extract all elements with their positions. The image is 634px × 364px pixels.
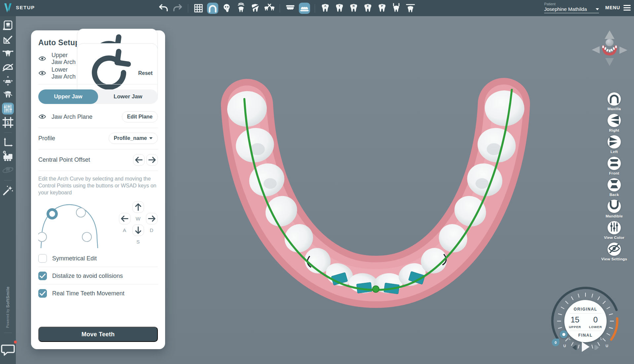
view-button-view-color[interactable]: View Color — [604, 221, 624, 240]
view-label: View Settings — [601, 257, 627, 261]
tooth-letter: P — [376, 4, 388, 8]
sliders-icon[interactable] — [2, 103, 14, 115]
tooth-t-icon[interactable]: T — [334, 3, 345, 14]
arch-curve-control-point[interactable] — [372, 286, 379, 292]
symmetrical-edit-checkbox[interactable] — [38, 254, 47, 263]
upper-denture-icon[interactable] — [285, 3, 296, 14]
offset-right-button[interactable] — [146, 154, 158, 166]
tooth-p-icon[interactable]: P — [376, 3, 388, 14]
control-point[interactable] — [38, 232, 47, 242]
edit-plane-button[interactable]: Edit Plane — [122, 111, 158, 122]
frame-one-icon[interactable]: 1 — [2, 116, 14, 128]
stage-slider-handle[interactable] — [560, 330, 568, 338]
control-point-selected[interactable] — [48, 210, 56, 218]
protractor-icon[interactable] — [2, 61, 14, 73]
app-window: SETUP A T B E P Patient Jos — [0, 0, 634, 364]
key-w-label: W — [136, 216, 140, 221]
move-down-button[interactable] — [132, 224, 144, 236]
symmetrical-edit-row: Symmetrical Edit — [38, 251, 158, 265]
view-button-mandible[interactable]: Mandible — [606, 200, 623, 218]
chat-button[interactable] — [0, 342, 16, 359]
dial-center: ORIGINAL 15 UPPER 0 LOWER FINAL — [564, 300, 607, 342]
tooth-e-icon[interactable]: E — [362, 3, 373, 14]
main-toolbar: A T B E P — [158, 0, 416, 16]
distalize-checkbox[interactable] — [38, 272, 47, 280]
tooth-orbit-icon[interactable] — [2, 164, 14, 176]
orientation-gizmo[interactable] — [590, 30, 630, 67]
tooth-mobility-icon[interactable] — [235, 3, 247, 14]
notification-dot — [14, 341, 17, 344]
move-right-button[interactable] — [146, 213, 158, 224]
redo-icon[interactable] — [172, 3, 183, 14]
view-label: Maxilla — [608, 107, 621, 111]
view-button-front[interactable]: Front — [608, 157, 621, 175]
jaw-right-icon — [608, 113, 621, 128]
move-left-button[interactable] — [119, 213, 130, 224]
curve-diagram[interactable] — [38, 200, 100, 249]
gizmo-jaw-model[interactable] — [601, 45, 618, 56]
tooth-a-icon[interactable]: A — [320, 3, 331, 14]
undo-icon[interactable] — [158, 3, 169, 14]
lower-stage-label: LOWER — [589, 325, 602, 329]
eye-icon[interactable] — [38, 113, 46, 121]
eye-icon[interactable] — [38, 69, 46, 77]
gizmo-up-cone-icon[interactable] — [605, 30, 615, 39]
tooth-letter: E — [362, 4, 373, 8]
svg-text:1: 1 — [7, 120, 9, 125]
profile-dropdown[interactable]: Profile_name — [109, 133, 158, 144]
gizmo-down-cone-icon[interactable] — [605, 58, 614, 66]
tab-lower-jaw[interactable]: Lower Jaw — [98, 89, 158, 104]
distalize-label: Distalize to avoid collisions — [52, 273, 123, 280]
view-color-icon — [608, 220, 621, 235]
hamburger-icon[interactable] — [623, 5, 631, 11]
wasd-controls: W A D S — [118, 202, 158, 247]
divider — [570, 331, 601, 331]
jaw-left-icon — [608, 135, 621, 149]
move-teeth-button[interactable]: Move Teeth — [38, 327, 158, 342]
skull-icon[interactable] — [221, 3, 232, 14]
view-button-back[interactable]: Back — [608, 178, 621, 197]
move-up-button[interactable] — [132, 201, 144, 213]
step-back-button[interactable] — [571, 344, 578, 351]
eye-icon[interactable] — [38, 55, 46, 63]
magic-wand-icon[interactable] — [2, 184, 14, 196]
tab-upper-jaw[interactable]: Upper Jaw — [38, 89, 98, 104]
axis-icon[interactable] — [2, 137, 14, 149]
control-point[interactable] — [82, 232, 91, 242]
gizmo-right-cone-icon[interactable] — [619, 47, 627, 54]
lower-denture-icon[interactable] — [299, 3, 310, 14]
offset-left-button[interactable] — [133, 154, 145, 166]
denture-move-icon[interactable] — [2, 75, 14, 87]
view-button-right[interactable]: Right — [608, 114, 621, 132]
view-label: Right — [609, 128, 619, 132]
patient-selector[interactable]: Patient Josephine Mathilda — [544, 2, 599, 13]
teeth-collision-icon[interactable] — [264, 3, 275, 14]
tooth-band-icon[interactable] — [250, 3, 261, 14]
page-title: SETUP — [16, 5, 35, 10]
tooth-midline-icon[interactable] — [2, 47, 14, 59]
maxilla-icon — [608, 92, 621, 106]
gizmo-left-cone-icon[interactable] — [592, 46, 600, 53]
grid-icon[interactable] — [193, 3, 204, 14]
play-button[interactable] — [580, 341, 591, 353]
view-button-left[interactable]: Left — [608, 135, 621, 154]
tooth-occlusal-icon[interactable] — [405, 3, 416, 14]
step-forward-button[interactable] — [593, 344, 601, 351]
control-point[interactable] — [76, 208, 86, 217]
view-button-maxilla[interactable]: Maxilla — [608, 92, 621, 111]
menu-button[interactable]: MENU — [605, 5, 620, 10]
arch-icon[interactable] — [207, 3, 218, 14]
xray-tooth-icon[interactable] — [2, 19, 14, 31]
realtime-label: Real Time Teeth Movement — [52, 290, 124, 297]
key-s-label: S — [136, 239, 140, 245]
lower-stage-value: 0 — [589, 315, 602, 324]
tooth-b-icon[interactable]: B — [348, 3, 359, 14]
train-icon[interactable] — [2, 150, 14, 162]
realtime-checkbox[interactable] — [38, 289, 47, 298]
tooth-ipr-icon[interactable] — [391, 3, 402, 14]
view-button-view-settings[interactable]: View Settings — [601, 243, 627, 261]
tooth-clasp-icon[interactable] — [2, 89, 14, 101]
dial-original-label: ORIGINAL — [564, 307, 607, 312]
dial-orange-arc — [611, 318, 617, 340]
measure-icon[interactable] — [2, 33, 14, 45]
